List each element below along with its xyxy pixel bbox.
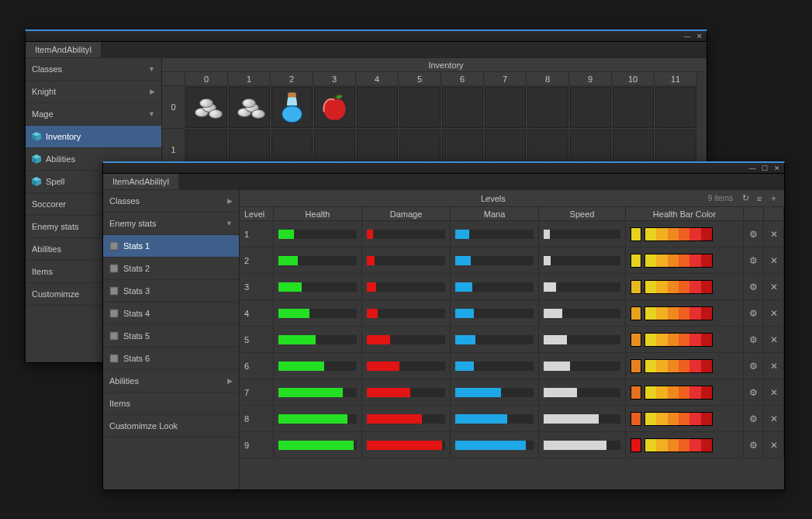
gradient-picker[interactable] bbox=[644, 386, 713, 400]
sidebar-inventory[interactable]: Inventory bbox=[26, 126, 161, 148]
progress-bar[interactable] bbox=[278, 282, 358, 292]
progress-bar[interactable] bbox=[455, 230, 534, 239]
sidebar-enemy[interactable]: Enemy stats▼ bbox=[103, 213, 239, 235]
inventory-slot[interactable] bbox=[570, 87, 611, 128]
maximize-icon[interactable]: ☐ bbox=[761, 164, 769, 172]
sidebar-classes[interactable]: Classes▶ bbox=[103, 190, 239, 213]
gear-icon[interactable]: ⚙ bbox=[749, 229, 758, 240]
progress-bar[interactable] bbox=[367, 230, 446, 239]
titlebar[interactable]: — ☐ ✕ bbox=[103, 163, 784, 174]
remove-icon[interactable]: ✕ bbox=[770, 334, 778, 345]
inventory-slot[interactable] bbox=[186, 87, 227, 128]
gradient-picker[interactable] bbox=[644, 438, 713, 452]
minimize-icon[interactable]: — bbox=[748, 164, 756, 172]
progress-bar[interactable] bbox=[278, 335, 358, 344]
color-swatch[interactable] bbox=[631, 412, 641, 426]
remove-icon[interactable]: ✕ bbox=[770, 361, 778, 372]
progress-bar[interactable] bbox=[367, 441, 446, 450]
color-swatch[interactable] bbox=[631, 386, 641, 400]
remove-icon[interactable]: ✕ bbox=[770, 413, 778, 424]
color-swatch[interactable] bbox=[631, 359, 641, 373]
progress-bar[interactable] bbox=[367, 309, 446, 318]
gear-icon[interactable]: ⚙ bbox=[749, 308, 758, 319]
progress-bar[interactable] bbox=[278, 256, 358, 265]
sidebar-stats-item[interactable]: Stats 6 bbox=[103, 348, 239, 370]
inventory-slot[interactable] bbox=[442, 87, 483, 128]
progress-bar[interactable] bbox=[455, 441, 534, 450]
progress-bar[interactable] bbox=[455, 335, 534, 344]
progress-bar[interactable] bbox=[278, 309, 358, 318]
inventory-slot[interactable] bbox=[485, 87, 526, 128]
sidebar-custom[interactable]: Customimze Look bbox=[103, 415, 239, 438]
sidebar-mage[interactable]: Mage▼ bbox=[26, 103, 161, 126]
remove-icon[interactable]: ✕ bbox=[770, 308, 778, 319]
remove-icon[interactable]: ✕ bbox=[770, 255, 778, 266]
progress-bar[interactable] bbox=[278, 441, 358, 450]
gear-icon[interactable]: ⚙ bbox=[749, 413, 758, 424]
inventory-slot[interactable] bbox=[271, 87, 313, 128]
gear-icon[interactable]: ⚙ bbox=[749, 255, 758, 266]
progress-bar[interactable] bbox=[544, 309, 621, 318]
add-icon[interactable]: ＋ bbox=[767, 192, 779, 205]
inventory-slot[interactable] bbox=[527, 87, 568, 128]
progress-bar[interactable] bbox=[544, 335, 621, 344]
progress-bar[interactable] bbox=[278, 230, 358, 239]
tab-itemandability[interactable]: ItemAndAbilityI bbox=[103, 174, 179, 190]
inventory-slot[interactable] bbox=[314, 87, 355, 128]
close-icon[interactable]: ✕ bbox=[773, 164, 781, 172]
sidebar-stats-item[interactable]: Stats 4 bbox=[103, 303, 239, 325]
gear-icon[interactable]: ⚙ bbox=[749, 387, 758, 398]
sidebar-stats-item[interactable]: Stats 3 bbox=[103, 280, 239, 303]
gradient-picker[interactable] bbox=[644, 412, 713, 426]
gear-icon[interactable]: ⚙ bbox=[749, 282, 758, 292]
inventory-slot[interactable] bbox=[357, 87, 398, 128]
sidebar-knight[interactable]: Knight▶ bbox=[26, 81, 161, 103]
sidebar-items[interactable]: Items bbox=[103, 393, 239, 415]
close-icon[interactable]: ✕ bbox=[696, 33, 703, 40]
minimize-icon[interactable]: — bbox=[683, 33, 691, 40]
remove-icon[interactable]: ✕ bbox=[770, 387, 778, 398]
progress-bar[interactable] bbox=[278, 388, 358, 397]
sidebar-classes[interactable]: Classes▼ bbox=[26, 58, 161, 81]
sidebar-stats-item[interactable]: Stats 1 bbox=[103, 235, 239, 258]
gradient-picker[interactable] bbox=[644, 254, 713, 268]
gradient-picker[interactable] bbox=[644, 306, 713, 320]
refresh-icon[interactable]: ↻ bbox=[739, 192, 752, 205]
progress-bar[interactable] bbox=[544, 282, 621, 292]
gradient-picker[interactable] bbox=[644, 227, 713, 241]
progress-bar[interactable] bbox=[278, 362, 358, 371]
progress-bar[interactable] bbox=[278, 414, 358, 424]
progress-bar[interactable] bbox=[367, 414, 446, 424]
remove-icon[interactable]: ✕ bbox=[770, 282, 778, 292]
color-swatch[interactable] bbox=[631, 333, 641, 347]
progress-bar[interactable] bbox=[367, 282, 446, 292]
inventory-slot[interactable] bbox=[655, 87, 696, 128]
progress-bar[interactable] bbox=[455, 414, 534, 424]
progress-bar[interactable] bbox=[367, 256, 446, 265]
progress-bar[interactable] bbox=[544, 362, 621, 371]
progress-bar[interactable] bbox=[544, 414, 621, 424]
color-swatch[interactable] bbox=[631, 254, 641, 268]
progress-bar[interactable] bbox=[455, 282, 534, 292]
remove-icon[interactable]: ✕ bbox=[770, 229, 778, 240]
gradient-picker[interactable] bbox=[644, 359, 713, 373]
progress-bar[interactable] bbox=[367, 362, 446, 371]
inventory-slot[interactable] bbox=[399, 87, 441, 128]
progress-bar[interactable] bbox=[544, 256, 621, 265]
list-icon[interactable]: ≡ bbox=[753, 192, 765, 205]
titlebar[interactable]: — ✕ bbox=[26, 31, 707, 42]
progress-bar[interactable] bbox=[367, 388, 446, 397]
gear-icon[interactable]: ⚙ bbox=[749, 440, 758, 451]
progress-bar[interactable] bbox=[544, 230, 621, 239]
color-swatch[interactable] bbox=[631, 438, 641, 452]
progress-bar[interactable] bbox=[544, 388, 621, 397]
gradient-picker[interactable] bbox=[644, 280, 713, 294]
progress-bar[interactable] bbox=[455, 309, 534, 318]
progress-bar[interactable] bbox=[455, 362, 534, 371]
sidebar-stats-item[interactable]: Stats 5 bbox=[103, 325, 239, 348]
tab-itemandability[interactable]: ItemAndAbilityI bbox=[26, 42, 102, 58]
sidebar-abilities[interactable]: Abilities▶ bbox=[103, 370, 239, 393]
color-swatch[interactable] bbox=[631, 306, 641, 320]
progress-bar[interactable] bbox=[455, 256, 534, 265]
gear-icon[interactable]: ⚙ bbox=[749, 361, 758, 372]
